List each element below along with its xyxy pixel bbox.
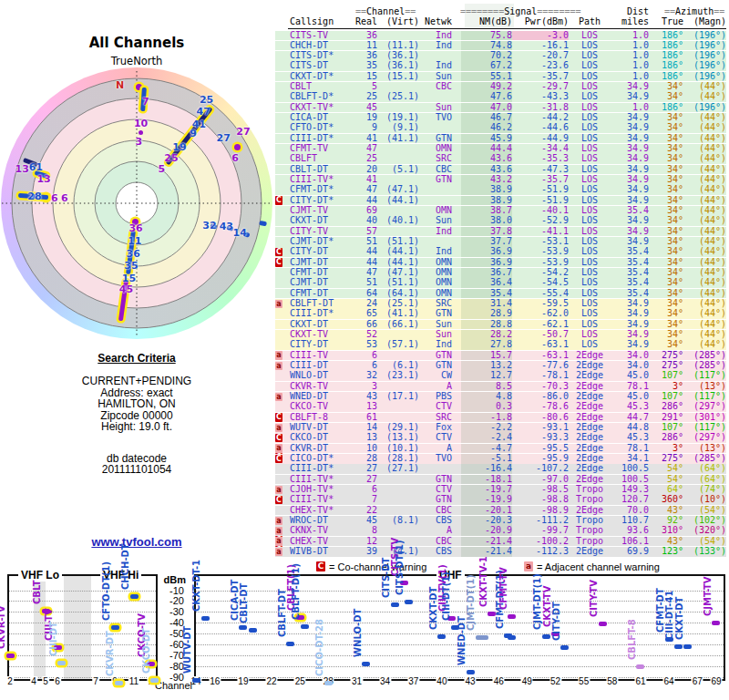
signal-marker	[683, 644, 692, 649]
gridline	[9, 655, 156, 656]
cell-nm-db: 36.7	[461, 268, 512, 278]
cell-path: LOS	[569, 165, 611, 175]
cell-pwr-dbm: -43.3	[512, 92, 569, 102]
signal-marker	[712, 621, 720, 625]
cell-path: 2Edge	[569, 444, 611, 454]
cell-azimuth-true: 291°	[649, 413, 683, 423]
cell-azimuth-true: 34°	[649, 206, 683, 216]
cell-callsign: CIII-DT*	[290, 309, 354, 319]
cell-real-channel: 40	[354, 216, 377, 226]
x-tick-label: 46	[493, 676, 505, 686]
signal-marker-label: CBLFT-DT	[277, 589, 286, 637]
cell-azimuth-true: 34°	[649, 165, 683, 175]
cell-nm-db: -20.1	[461, 506, 512, 516]
cell-dist-miles: 34.9	[611, 227, 649, 237]
cell-nm-db: 55.1	[461, 72, 512, 82]
cell-azimuth-magn: (44°)	[683, 134, 726, 144]
cell-callsign: CBLFT-D*	[290, 92, 354, 102]
cell-nm-db: -16.4	[461, 464, 512, 474]
co-channel-warning-icon: C	[275, 434, 282, 443]
table-row: aWUTV-DT14(29.1)Fox-2.2-93.12Edge44.8107…	[275, 423, 726, 433]
table-row: aCCHEX-TV12CBC-21.4-100.2Tropo106.143°(5…	[275, 537, 726, 547]
cell-pwr-dbm: -35.7	[512, 175, 569, 185]
cell-nm-db: 70.2	[461, 51, 512, 61]
cell-real-channel: 32	[354, 371, 377, 381]
x-tick-label: 55	[578, 676, 590, 686]
cell-virtual-channel: (28.1)	[377, 454, 419, 464]
x-tick-label: 4	[30, 676, 37, 686]
cell-dist-miles: 35.4	[611, 258, 649, 268]
cell-virtual-channel	[377, 82, 419, 92]
radar-station-dot	[136, 84, 142, 90]
signal-marker-label: CBLT-DT	[239, 583, 248, 623]
y-tick-label: -70	[157, 650, 184, 661]
signal-marker	[636, 664, 644, 669]
signal-marker	[150, 678, 159, 683]
search-criteria-lines: CURRENT+PENDINGAddress: exactHAMILTON, O…	[0, 376, 273, 433]
table-row: CFTO-DT*9(9.1)46.2-44.6LOS34.934°(44°)	[275, 123, 726, 133]
cell-dist-miles: 35.4	[611, 247, 649, 257]
cell-callsign: WIVB-DT	[290, 547, 354, 557]
cell-callsign: CJOH-TV*	[290, 485, 354, 495]
column-header: Netwk	[419, 17, 456, 27]
radar-station-bar	[259, 221, 267, 226]
cell-callsign: CICO-DT*	[290, 454, 354, 464]
cell-azimuth-true: 34°	[649, 340, 683, 350]
tvfool-report: All Channels TrueNorth N7103254741919255…	[0, 0, 729, 700]
cell-azimuth-magn: (133°)	[683, 547, 726, 557]
table-row: CITY-TV57Ind37.8-41.1LOS34.934°(44°)	[275, 227, 726, 237]
cell-callsign: CITY-TV	[290, 227, 354, 237]
table-row: CBLT-DT20(5.1)CBC43.6-47.3LOS34.934°(44°…	[275, 165, 726, 175]
cell-virtual-channel	[377, 31, 419, 41]
y-tick-label: -10	[157, 585, 184, 596]
cell-dist-miles: 35.4	[611, 268, 649, 278]
cell-virtual-channel	[377, 526, 419, 536]
cell-dist-miles: 34.9	[611, 154, 649, 164]
table-row: CFMT-DT64(64.1)OMN35.4-55.4LOS35.434°(44…	[275, 289, 726, 299]
cell-callsign: CJMT-DT*	[290, 237, 354, 247]
cell-path: LOS	[569, 154, 611, 164]
cell-azimuth-magn: (117°)	[683, 392, 726, 402]
signal-marker-label: CITS-DT(1)	[395, 540, 404, 594]
cell-pwr-dbm: -29.7	[512, 82, 569, 92]
cell-real-channel: 9	[354, 123, 377, 133]
cell-virtual-channel: (47.1)	[377, 185, 419, 195]
cell-dist-miles: 120.7	[611, 495, 649, 505]
signal-marker-label: CKXT-DT	[428, 587, 437, 630]
cell-real-channel: 6	[354, 361, 377, 371]
cell-virtual-channel	[377, 413, 419, 423]
cell-callsign: CJMT-DT	[290, 278, 354, 288]
cell-callsign: CKVR-DT	[290, 444, 354, 454]
cell-virtual-channel: (10.1)	[377, 444, 419, 454]
cell-callsign: CIII-TV*	[290, 175, 354, 185]
cell-dist-miles: 34.9	[611, 175, 649, 185]
cell-callsign: CICA-DT	[290, 113, 354, 123]
cell-virtual-channel: (11.1)	[377, 41, 419, 51]
cell-callsign: CJMT-DT	[290, 258, 354, 268]
cell-pwr-dbm: -51.9	[512, 185, 569, 195]
cell-real-channel: 3	[354, 382, 377, 392]
cell-azimuth-true: 186°	[649, 51, 683, 61]
table-row: CCITY-DT44(44.1)Ind36.9-53.9LOS35.434°(4…	[275, 247, 726, 257]
gridline	[9, 644, 156, 645]
cell-network: Sun	[419, 330, 456, 340]
cell-network: CBC	[419, 506, 456, 516]
cell-callsign: CKXT-DT	[290, 216, 354, 226]
cell-nm-db: 67.2	[461, 61, 512, 71]
table-row: aCCKVR-DT10(10.1)A-4.7-95.52Edge78.13°(1…	[275, 444, 726, 454]
cell-path: Tropo	[569, 537, 611, 547]
cell-network	[419, 464, 456, 474]
radar-grid	[0, 64, 273, 346]
table-row: CFMT-TV47OMN44.4-34.4LOS34.934°(44°)	[275, 144, 726, 154]
cell-azimuth-true: 34°	[649, 154, 683, 164]
radar-channel-label: 25	[200, 94, 213, 106]
cell-path: Tropo	[569, 485, 611, 495]
adjacent-warning-icon: a	[275, 548, 282, 557]
x-tick-label: 52	[549, 676, 561, 686]
cell-real-channel: 14	[354, 423, 377, 433]
tvfool-link[interactable]: www.tvfool.com	[91, 535, 181, 549]
cell-azimuth-magn: (44°)	[683, 216, 726, 226]
cell-azimuth-magn: (44°)	[683, 123, 726, 133]
signal-marker	[115, 681, 123, 685]
signal-marker	[324, 681, 333, 685]
